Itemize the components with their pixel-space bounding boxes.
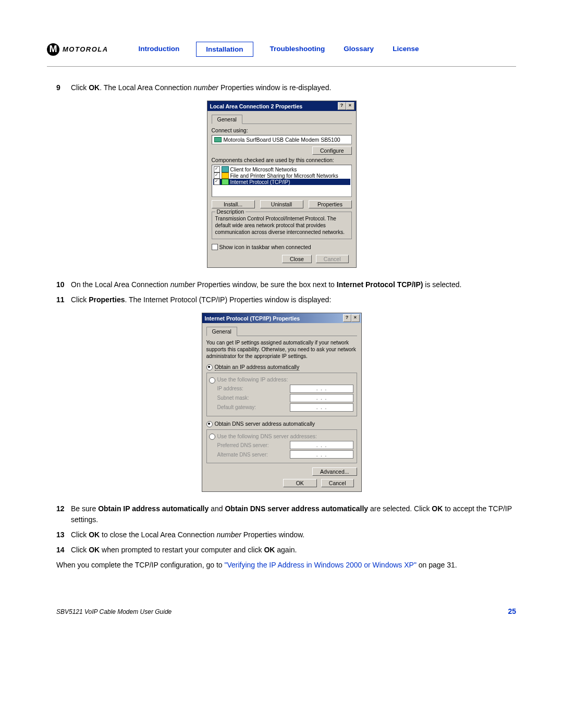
step-9: 9 Click OK. The Local Area Connection nu… [56,82,516,93]
help-button[interactable]: ? [338,102,346,110]
checkbox-icon[interactable]: ✓ [214,166,220,172]
ip-address-field: . . . [290,385,353,393]
cancel-button[interactable]: Cancel [321,479,354,487]
components-list[interactable]: ✓Client for Microsoft Networks ✓File and… [212,165,352,197]
gateway-field: . . . [290,403,353,412]
cross-ref-link[interactable]: "Verifying the IP Address in Windows 200… [224,561,416,569]
text: Click [71,295,89,304]
step-number: 12 [56,503,71,525]
text: Properties window, be sure the box next … [195,280,337,289]
nav-links: Introduction Installation Troubleshootin… [129,42,429,57]
nav-installation[interactable]: Installation [196,42,253,57]
radio-label: Use the following IP address: [217,376,288,382]
footer-page-number: 25 [508,607,516,615]
component-icon [222,172,229,179]
item-label: Internet Protocol (TCP/IP) [230,179,290,185]
intro-text: You can get IP settings assigned automat… [206,339,357,360]
step-text: Click OK when prompted to restart your c… [71,545,516,556]
bold: OK [89,530,100,539]
text: on page 31. [417,561,457,569]
close-button[interactable]: Close [282,255,312,263]
manual-ip-fieldset: Use the following IP address: IP address… [206,373,357,416]
radio-manual-dns[interactable] [209,434,215,440]
list-item[interactable]: ✓File and Printer Sharing for Microsoft … [213,172,350,179]
step-13: 13 Click OK to close the Local Area Conn… [56,529,516,540]
step-14: 14 Click OK when prompted to restart you… [56,545,516,556]
radio-auto-ip[interactable]: Obtain an IP address automatically [206,364,357,371]
item-label: Client for Microsoft Networks [230,167,297,172]
advanced-button[interactable]: Advanced... [312,467,357,476]
step-11: 11 Click Properties. The Internet Protoc… [56,294,516,305]
nav-introduction[interactable]: Introduction [129,42,189,57]
text: Be sure [71,504,98,513]
step-number: 10 [56,279,71,290]
radio-label: Obtain an IP address automatically [215,364,300,371]
bold: Properties [89,295,125,304]
step-number: 11 [56,294,71,305]
bold: Obtain IP address automatically [98,504,209,513]
bold: OK [89,546,100,554]
show-icon-checkbox[interactable] [212,244,218,250]
text: Properties window is re-displayed. [218,83,331,92]
dialog-title: Local Area Connection 2 Properties [210,103,303,109]
close-icon[interactable]: × [351,314,360,322]
connect-using-label: Connect using: [212,127,352,133]
radio-manual-ip[interactable] [209,377,215,384]
dialog-tcpip-properties: Internet Protocol (TCP/IP) Properties ? … [202,313,362,492]
step-text: Click OK. The Local Area Connection numb… [71,82,516,93]
list-item[interactable]: ✓Client for Microsoft Networks [213,166,350,172]
nav-license[interactable]: License [383,42,428,57]
component-icon [222,179,229,185]
italic: number [170,280,195,289]
component-icon [222,166,229,172]
checkbox-icon[interactable]: ✓ [214,179,220,185]
titlebar: Internet Protocol (TCP/IP) Properties ? … [202,313,361,323]
motorola-logo: M MOTOROLA [47,43,108,56]
help-button[interactable]: ? [343,314,351,322]
adapter-name: Motorola SurfBoard USB Cable Modem SB510… [224,137,340,143]
step-text: Click OK to close the Local Area Connect… [71,529,516,540]
text: On the Local Area Connection [71,280,170,289]
tab-general[interactable]: General [206,327,237,336]
text: . The Internet Protocol (TCP/IP) Propert… [125,295,331,304]
step-number: 14 [56,545,71,556]
show-icon-label: Show icon in taskbar when connected [219,244,311,250]
alt-dns-field: . . . [290,450,353,459]
text: Properties window. [241,530,304,539]
adapter-field: Motorola SurfBoard USB Cable Modem SB510… [212,135,352,144]
pref-dns-label: Preferred DNS server: [217,442,269,448]
tab-row: General [206,326,357,336]
nav-troubleshooting[interactable]: Troubleshooting [261,42,335,57]
cancel-button: Cancel [316,255,349,263]
close-icon[interactable]: × [346,102,354,110]
text: and [209,504,225,513]
uninstall-button[interactable]: Uninstall [260,200,303,208]
nav-glossary[interactable]: Glossary [334,42,383,57]
checkbox-icon[interactable]: ✓ [214,172,220,179]
text: to close the Local Area Connection [100,530,216,539]
radio-icon[interactable] [206,364,213,371]
step-text: Click Properties. The Internet Protocol … [71,294,516,305]
radio-auto-dns[interactable]: Obtain DNS server address automatically [206,421,357,427]
radio-label: Obtain DNS server address automatically [215,421,315,427]
components-label: Components checked are used by this conn… [212,157,352,163]
subnet-label: Subnet mask: [217,395,249,401]
step-number: 9 [56,82,71,93]
item-label: File and Printer Sharing for Microsoft N… [230,173,338,179]
radio-icon[interactable] [206,421,213,427]
italic: number [216,530,241,539]
bold: Obtain DNS server address automatically [225,504,368,513]
tab-general[interactable]: General [212,115,242,124]
ok-button[interactable]: OK [283,479,317,487]
alt-dns-label: Alternate DNS server: [217,452,268,458]
configure-button[interactable]: Configure [312,146,352,155]
page-footer: SBV5121 VoIP Cable Modem User Guide 25 [47,607,516,615]
properties-button[interactable]: Properties [309,200,352,208]
install-button[interactable]: Install... [212,200,255,208]
dialog-lan-properties: Local Area Connection 2 Properties ? × G… [207,101,357,268]
step-text: On the Local Area Connection number Prop… [71,279,516,290]
pref-dns-field: . . . [290,441,353,449]
step-12: 12 Be sure Obtain IP address automatical… [56,503,516,525]
list-item-selected[interactable]: ✓Internet Protocol (TCP/IP) [213,179,350,185]
text: . The Local Area Connection [100,83,193,92]
